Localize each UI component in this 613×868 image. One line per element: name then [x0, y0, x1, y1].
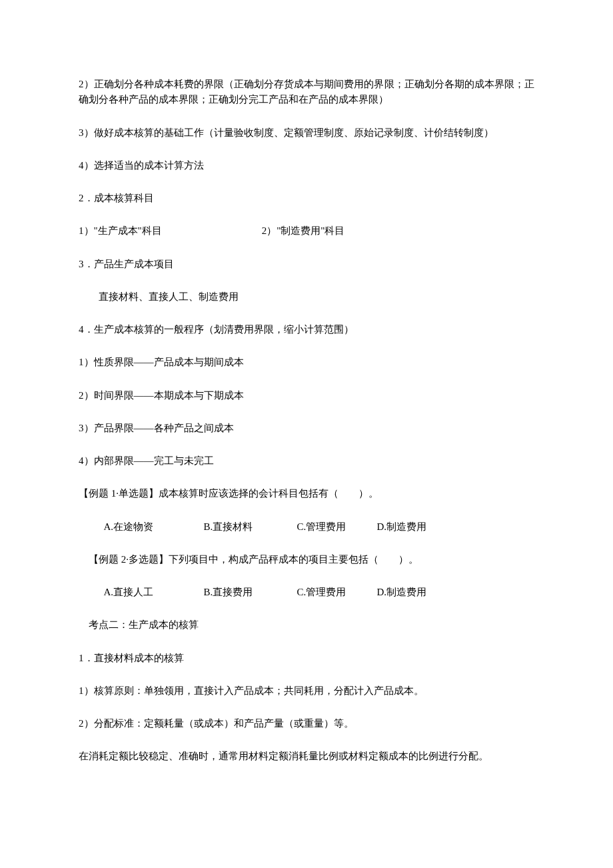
- paragraph: 1）性质界限——产品成本与期间成本: [79, 355, 534, 370]
- option-a: A.直接人工: [104, 585, 204, 600]
- option-c: C.管理费用: [297, 519, 377, 535]
- heading-section: 2．成本核算科目: [79, 191, 534, 206]
- paragraph: 3）产品界限——各种产品之间成本: [79, 421, 534, 436]
- option-b: B.直接费用: [204, 585, 297, 600]
- paragraph: 2）时间界限——本期成本与下期成本: [79, 388, 534, 403]
- example-options: A.直接人工 B.直接费用 C.管理费用 D.制造费用: [79, 585, 534, 600]
- paragraph: 2）正确划分各种成本耗费的界限（正确划分存货成本与期间费用的界限；正确划分各期的…: [79, 77, 534, 108]
- paragraph-split: 1）"生产成本"科目 2）"制造费用"科目: [79, 223, 534, 239]
- document-page: 2）正确划分各种成本耗费的界限（正确划分存货成本与期间费用的界限；正确划分各期的…: [0, 0, 613, 868]
- text-item: 2）"制造费用"科目: [262, 223, 345, 239]
- example-options: A.在途物资 B.直接材料 C.管理费用 D.制造费用: [79, 519, 534, 535]
- paragraph: 3）做好成本核算的基础工作（计量验收制度、定额管理制度、原始记录制度、计价结转制…: [79, 125, 534, 141]
- option-d: D.制造费用: [377, 519, 535, 535]
- heading-section: 1．直接材料成本的核算: [79, 651, 534, 666]
- option-c: C.管理费用: [297, 585, 377, 600]
- example-stem: 【例题 2·多选题】下列项目中，构成产品秤成本的项目主要包括（ ）。: [79, 552, 534, 567]
- heading-section: 4．生产成本核算的一般程序（划清费用界限，缩小计算范围）: [79, 322, 534, 337]
- paragraph: 4）选择适当的成本计算方法: [79, 158, 534, 173]
- paragraph: 4）内部界限——完工与未完工: [79, 453, 534, 469]
- example-stem: 【例题 1·单选题】成本核算时应该选择的会计科目包括有（ ）。: [79, 486, 534, 501]
- paragraph: 直接材料、直接人工、制造费用: [79, 289, 534, 305]
- text-item: 1）"生产成本"科目: [79, 223, 162, 239]
- heading-section: 3．产品生产成本项目: [79, 257, 534, 272]
- option-d: D.制造费用: [377, 585, 535, 600]
- option-a: A.在途物资: [104, 519, 204, 535]
- heading-keypoint: 考点二：生产成本的核算: [79, 617, 534, 633]
- paragraph: 在消耗定额比较稳定、准确时，通常用材料定额消耗量比例或材料定额成本的比例进行分配…: [79, 749, 534, 764]
- paragraph: 1）核算原则：单独领用，直接计入产品成本；共同耗用，分配计入产品成本。: [79, 683, 534, 699]
- paragraph: 2）分配标准：定额耗量（或成本）和产品产量（或重量）等。: [79, 716, 534, 731]
- option-b: B.直接材料: [204, 519, 297, 535]
